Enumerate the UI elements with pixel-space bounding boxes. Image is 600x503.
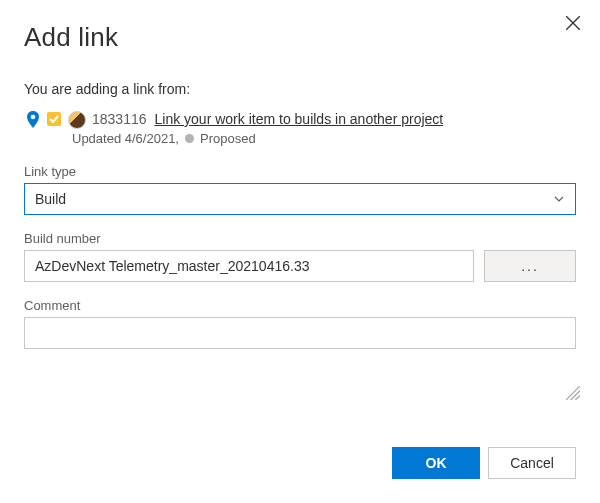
badge-icon	[46, 111, 62, 127]
comment-label: Comment	[24, 298, 576, 313]
dialog-title: Add link	[24, 22, 576, 53]
chevron-down-icon	[553, 193, 565, 205]
work-item-link[interactable]: Link your work item to builds in another…	[155, 111, 444, 127]
cancel-button[interactable]: Cancel	[488, 447, 576, 479]
browse-button[interactable]: ...	[484, 250, 576, 282]
updated-label: Updated 4/6/2021,	[72, 131, 179, 146]
ok-button[interactable]: OK	[392, 447, 480, 479]
close-icon	[564, 14, 582, 32]
comment-group: Comment	[24, 298, 576, 349]
resize-grip-icon[interactable]	[566, 386, 580, 400]
link-type-value: Build	[35, 191, 66, 207]
avatar	[68, 111, 86, 129]
add-link-dialog: Add link You are adding a link from: 183…	[0, 0, 600, 349]
link-type-group: Link type Build	[24, 164, 576, 215]
build-number-input[interactable]	[24, 250, 474, 282]
work-item-row: 1833116 Link your work item to builds in…	[26, 111, 576, 129]
build-number-group: Build number ...	[24, 231, 576, 282]
build-number-label: Build number	[24, 231, 576, 246]
work-item-id: 1833116	[92, 111, 147, 127]
svg-point-0	[31, 115, 36, 120]
dialog-footer: OK Cancel	[392, 447, 576, 479]
link-type-label: Link type	[24, 164, 576, 179]
pin-icon	[26, 111, 40, 129]
work-item-meta: Updated 4/6/2021, Proposed	[72, 131, 576, 146]
link-type-select[interactable]: Build	[24, 183, 576, 215]
state-dot-icon	[185, 134, 194, 143]
comment-input[interactable]	[24, 317, 576, 349]
close-button[interactable]	[564, 14, 582, 32]
work-item-state: Proposed	[200, 131, 256, 146]
dialog-subtitle: You are adding a link from:	[24, 81, 576, 97]
svg-rect-1	[47, 112, 61, 126]
